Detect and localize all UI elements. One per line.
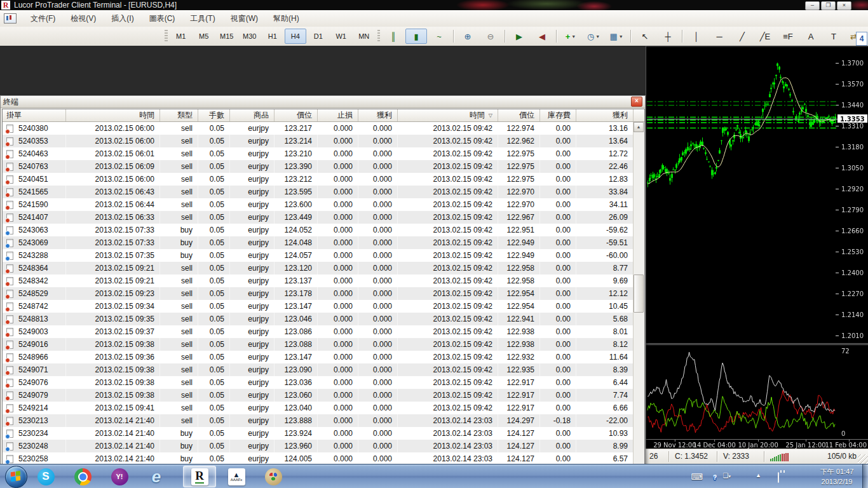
zoom-in-button[interactable]: ⊕ — [457, 29, 478, 44]
candlestick-button[interactable]: ▮ — [405, 29, 427, 44]
history-row[interactable]: 52302582013.02.14 21:40buy0.05eurjpy124.… — [3, 452, 634, 465]
chart-window-icon[interactable] — [4, 13, 17, 24]
restore-button[interactable]: ❐ — [821, 1, 836, 10]
indicators-button[interactable]: +▼ — [560, 29, 581, 44]
text-label-button[interactable]: T — [823, 29, 844, 44]
history-row[interactable]: 52490032013.02.15 09:37sell0.05eurjpy123… — [3, 325, 634, 338]
keyboard-tray-icon[interactable]: ⌨ — [691, 472, 703, 482]
vertical-line-button[interactable]: │ — [686, 29, 707, 44]
start-button[interactable] — [5, 466, 27, 488]
column-header-6[interactable]: 止損 — [318, 109, 358, 121]
column-header-8[interactable]: 時間▽ — [398, 109, 498, 121]
history-row[interactable]: 52489662013.02.15 09:36sell0.05eurjpy123… — [3, 351, 634, 363]
menu-item-file[interactable]: 文件(F) — [23, 11, 63, 26]
window-switch-tray-icon[interactable]: ❏▾ — [723, 472, 731, 479]
taskbar-internet-explorer-button[interactable]: e — [140, 466, 173, 487]
history-row[interactable]: 52490762013.02.15 09:38sell0.05eurjpy123… — [3, 376, 634, 389]
timeframe-h4-button[interactable]: H4 — [285, 29, 306, 44]
equidistant-channel-button[interactable]: ╱E — [754, 29, 776, 44]
tray-clock[interactable]: 下午 01:47 2013/2/19 — [815, 466, 859, 487]
templates-button[interactable]: ▦▼ — [606, 29, 627, 44]
history-row[interactable]: 52432882013.02.15 07:35buy0.05eurjpy124.… — [3, 249, 634, 262]
line-chart-button[interactable]: ~ — [428, 29, 450, 44]
horizontal-line-button[interactable]: ─ — [709, 29, 730, 44]
timeframe-w1-button[interactable]: W1 — [330, 29, 352, 44]
menu-item-insert[interactable]: 插入(I) — [104, 11, 141, 26]
timeframe-mn-button[interactable]: MN — [353, 29, 375, 44]
zoom-out-button[interactable]: ⊖ — [480, 29, 501, 44]
auto-scroll-button[interactable]: ▶ — [508, 29, 530, 44]
close-button[interactable]: × — [837, 1, 851, 10]
history-row[interactable]: 52483642013.02.15 09:21sell0.05eurjpy123… — [3, 262, 634, 274]
history-row[interactable]: 52302482013.02.14 21:40buy0.05eurjpy123.… — [3, 440, 634, 452]
history-row[interactable]: 52302132013.02.14 21:40sell0.05eurjpy123… — [3, 414, 634, 427]
column-header-5[interactable]: 價位 — [275, 109, 318, 121]
text-button[interactable]: A — [800, 29, 822, 44]
history-row[interactable]: 52492142013.02.15 09:41sell0.05eurjpy123… — [3, 402, 634, 414]
menu-item-help[interactable]: 幫助(H) — [266, 11, 307, 26]
history-row[interactable]: 52487422013.02.15 09:34sell0.05eurjpy123… — [3, 300, 634, 313]
column-header-10[interactable]: 庫存費 — [540, 109, 576, 121]
history-row[interactable]: 52490712013.02.15 09:38sell0.05eurjpy123… — [3, 363, 634, 376]
terminal-title-bar[interactable]: 終端 × — [1, 96, 645, 108]
menu-item-window[interactable]: 視窗(W) — [223, 11, 266, 26]
scroll-up-arrow-icon[interactable]: ▲ — [634, 122, 644, 132]
timeframe-d1-button[interactable]: D1 — [308, 29, 329, 44]
price-chart[interactable] — [646, 46, 868, 449]
history-row[interactable]: 52407632013.02.15 06:09sell0.05eurjpy123… — [3, 160, 634, 173]
history-row[interactable]: 52490792013.02.15 09:38sell0.05eurjpy123… — [3, 389, 634, 402]
cursor-button[interactable]: ↖ — [634, 29, 656, 44]
periods-button[interactable]: ◷▼ — [583, 29, 604, 44]
show-hidden-icons-arrow[interactable]: ▲ — [756, 472, 761, 478]
fibonacci-button[interactable]: ≡F — [777, 29, 799, 44]
scrollbar-thumb[interactable] — [634, 274, 644, 313]
taskbar-paint-button[interactable] — [257, 466, 290, 487]
taskbar-yahoo-messenger-button[interactable]: Y! — [103, 466, 136, 487]
timeframe-m1-button[interactable]: M1 — [170, 29, 192, 44]
history-row[interactable]: 52403532013.02.15 06:00sell0.05eurjpy123… — [3, 135, 634, 147]
help-tray-icon[interactable]: ? — [713, 472, 717, 482]
timeframe-m30-button[interactable]: M30 — [239, 29, 261, 44]
show-desktop-button[interactable] — [862, 464, 868, 488]
menu-item-view[interactable]: 檢視(V) — [63, 11, 104, 26]
column-header-9[interactable]: 價位 — [498, 109, 540, 121]
timeframe-h1-button[interactable]: H1 — [262, 29, 283, 44]
menu-item-charts[interactable]: 圖表(C) — [142, 11, 183, 26]
minimize-button[interactable]: – — [805, 1, 820, 10]
history-row[interactable]: 52483422013.02.15 09:21sell0.05eurjpy123… — [3, 274, 634, 287]
history-row[interactable]: 52490162013.02.15 09:38sell0.05eurjpy123… — [3, 338, 634, 351]
table-scrollbar[interactable]: ▲ ▼ — [633, 122, 644, 478]
taskbar-skype-button[interactable]: S — [29, 466, 62, 487]
column-header-3[interactable]: 手數 — [198, 109, 230, 121]
history-row[interactable]: 52415902013.02.15 06:44sell0.05eurjpy123… — [3, 198, 634, 211]
history-row[interactable]: 52403802013.02.15 06:00sell0.05eurjpy123… — [3, 122, 634, 135]
history-row[interactable]: 52302342013.02.14 21:40buy0.05eurjpy123.… — [3, 427, 634, 440]
history-row[interactable]: 52488132013.02.15 09:35sell0.05eurjpy123… — [3, 313, 634, 325]
history-row[interactable]: 52430692013.02.15 07:33buy0.05eurjpy124.… — [3, 236, 634, 249]
chart-shift-button[interactable]: ◀ — [531, 29, 553, 44]
history-row[interactable]: 52415652013.02.15 06:43sell0.05eurjpy123… — [3, 186, 634, 198]
column-header-0[interactable]: 掛單 — [3, 109, 66, 121]
bar-chart-button[interactable]: ║ — [383, 29, 404, 44]
history-row[interactable]: 52414072013.02.15 06:33sell0.05eurjpy123… — [3, 211, 634, 224]
notification-badge[interactable]: 4 — [856, 32, 867, 46]
terminal-close-button[interactable]: × — [631, 97, 642, 107]
column-header-2[interactable]: 類型 — [160, 109, 198, 121]
taskbar-protrader-button[interactable]: R — [183, 466, 216, 487]
history-row[interactable]: 52430632013.02.15 07:33buy0.05eurjpy124.… — [3, 224, 634, 236]
history-row[interactable]: 52485292013.02.15 09:23sell0.05eurjpy123… — [3, 287, 634, 300]
menu-item-tools[interactable]: 工具(T) — [182, 11, 222, 26]
network-plug-icon[interactable] — [778, 473, 779, 482]
column-header-1[interactable]: 時間 — [66, 109, 160, 121]
taskbar-chrome-button[interactable] — [66, 466, 99, 487]
trendline-button[interactable]: ╱ — [731, 29, 753, 44]
column-header-11[interactable]: 獲利 — [576, 109, 634, 121]
timeframe-m5-button[interactable]: M5 — [193, 29, 215, 44]
taskbar-aaafx-button[interactable]: ▲AAAFx — [220, 466, 253, 487]
column-header-7[interactable]: 獲利 — [358, 109, 398, 121]
crosshair-button[interactable]: ┼ — [657, 29, 679, 44]
history-row[interactable]: 52404632013.02.15 06:01sell0.05eurjpy123… — [3, 147, 634, 160]
history-row[interactable]: 52404512013.02.15 06:00sell0.05eurjpy123… — [3, 173, 634, 186]
column-header-4[interactable]: 商品 — [230, 109, 275, 121]
timeframe-m15-button[interactable]: M15 — [216, 29, 238, 44]
